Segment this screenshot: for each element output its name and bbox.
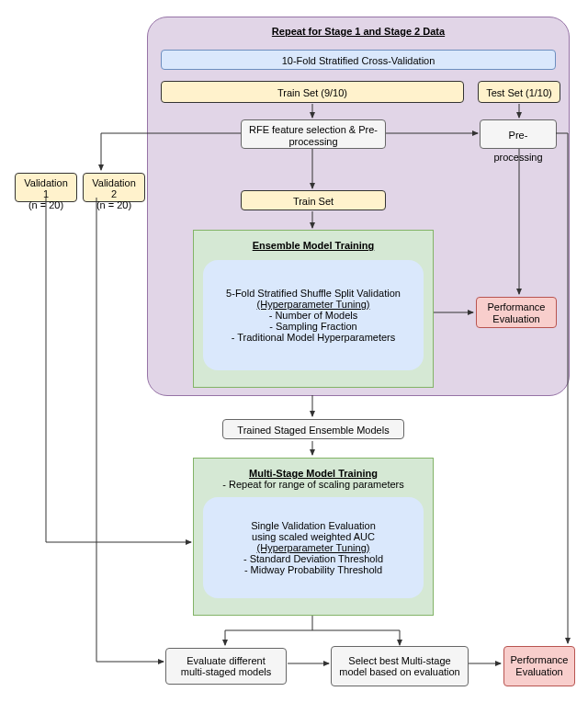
multistage-card-line: Single Validation Evaluation: [216, 520, 411, 531]
cv-box: 10-Fold Stratified Cross-Validation: [161, 50, 556, 70]
ensemble-container: Ensemble Model Training 5-Fold Stratifie…: [193, 230, 434, 388]
perf-eval-top: Performance Evaluation: [476, 297, 557, 328]
ensemble-card-subtitle: (Hyperparameter Tuning): [216, 299, 411, 310]
ensemble-card: 5-Fold Stratified Shuffle Split Validati…: [203, 260, 424, 370]
ensemble-title: Ensemble Model Training: [203, 240, 424, 251]
select-best-box: Select best Multi-stage model based on e…: [331, 646, 469, 686]
multistage-item: - Midway Probability Threshold: [216, 564, 411, 575]
multistage-item: - Standard Deviation Threshold: [216, 553, 411, 564]
multistage-sub: - Repeat for range of scaling parameters: [222, 479, 404, 490]
perf-eval-bottom: Performance Evaluation: [503, 646, 575, 686]
rfe-box: RFE feature selection & Pre-processing: [241, 119, 386, 149]
multistage-container: Multi-Stage Model Training - Repeat for …: [193, 458, 434, 616]
ensemble-item: - Number of Models: [216, 310, 411, 321]
train-set-910: Train Set (9/10): [161, 81, 464, 103]
multistage-card: Single Validation Evaluation using scale…: [203, 497, 424, 598]
test-set-110: Test Set (1/10): [478, 81, 560, 103]
multistage-head: Multi-Stage Model Training - Repeat for …: [203, 468, 424, 490]
ensemble-card-title: 5-Fold Stratified Shuffle Split Validati…: [216, 288, 411, 299]
validation-2: Validation 2 (n = 20): [83, 173, 145, 202]
purple-title: Repeat for Stage 1 and Stage 2 Data: [156, 26, 560, 37]
multistage-card-sub: (Hyperparameter Tuning): [216, 542, 411, 553]
ensemble-item: - Traditional Model Hyperparameters: [216, 332, 411, 343]
multistage-title: Multi-Stage Model Training: [249, 468, 378, 479]
validation-1: Validation 1 (n = 20): [15, 173, 77, 202]
multistage-card-line: using scaled weighted AUC: [216, 531, 411, 542]
preproc-box: Pre-processing: [480, 119, 557, 149]
trained-staged-box: Trained Staged Ensemble Models: [222, 419, 404, 439]
train-set-box: Train Set: [241, 190, 386, 210]
eval-diff-box: Evaluate different multi-staged models: [165, 648, 287, 685]
ensemble-item: - Sampling Fraction: [216, 321, 411, 332]
